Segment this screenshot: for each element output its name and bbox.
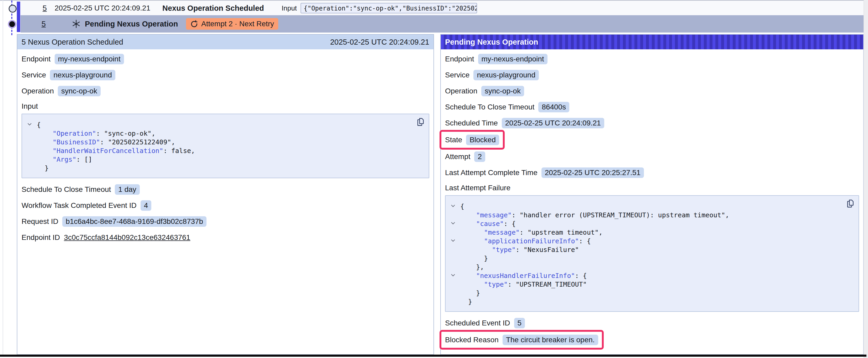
code-block: { "Operation": "sync-op-ok", "BusinessID… xyxy=(22,113,429,178)
json-text: "handler error (UPSTREAM_TIMEOUT): upstr… xyxy=(520,211,729,219)
bottom-divider xyxy=(0,355,866,357)
collapse-chevron-icon[interactable] xyxy=(27,123,32,126)
json-text: } xyxy=(460,289,480,297)
field-value: nexus-playground xyxy=(473,70,539,80)
field-value: b1c6a4bc-8ee7-468a-9169-df3b02c8737b xyxy=(62,216,207,227)
collapse-chevron-icon[interactable] xyxy=(451,204,455,207)
collapse-chevron-icon[interactable] xyxy=(451,274,455,276)
field-row-attempt: Attempt2 xyxy=(445,151,859,162)
event-id-link[interactable]: 5 xyxy=(41,20,46,28)
field-value: my-nexus-endpoint xyxy=(478,54,548,64)
json-text: }, xyxy=(460,263,484,271)
json-text: { xyxy=(37,121,41,129)
event-timestamp: 2025-02-25 UTC 20:24:09.21 xyxy=(55,4,150,12)
json-text: : xyxy=(579,237,587,245)
code-line: "HandlerWaitForCancellation": false, xyxy=(37,147,424,155)
field-row-endpoint: Endpointmy-nexus-endpoint xyxy=(22,54,429,64)
timeline-active-bar xyxy=(17,2,20,32)
json-text: : xyxy=(163,147,171,155)
code-line: { xyxy=(460,202,853,211)
code-line: "message": "upstream timeout", xyxy=(460,228,853,237)
field-value: 2025-02-25 UTC 20:25:27.51 xyxy=(541,167,644,178)
json-text: : xyxy=(76,156,84,163)
code-block: { "message": "handler error (UPSTREAM_TI… xyxy=(445,195,859,312)
json-key: "cause" xyxy=(460,220,504,228)
field-label: State xyxy=(445,136,462,144)
code-line: } xyxy=(460,297,853,306)
annotation-highlight: StateBlocked xyxy=(439,130,505,150)
event-id-link[interactable]: 5 xyxy=(42,4,47,12)
field-value: nexus-playground xyxy=(50,70,115,80)
field-label: Attempt xyxy=(445,153,470,161)
json-text: false, xyxy=(171,147,195,155)
field-label: Operation xyxy=(22,87,54,95)
event-row-pending-nexus-operation[interactable]: 5 Pending Nexus Operation Attempt 2 · Ne… xyxy=(21,15,864,33)
field-value: sync-op-ok xyxy=(481,86,524,96)
code-line: "Args": [] xyxy=(37,155,424,164)
field-value: 86400s xyxy=(538,102,569,112)
json-text: { xyxy=(583,272,587,280)
field-row-scheduled-time: Scheduled Time2025-02-25 UTC 20:24:09.21 xyxy=(445,118,859,128)
field-label: Blocked Reason xyxy=(445,336,499,344)
json-text: [] xyxy=(84,156,92,163)
field-row-service: Servicenexus-playground xyxy=(445,70,859,80)
scrollbar-track[interactable] xyxy=(864,0,868,358)
code-line: } xyxy=(460,289,853,297)
field-label: Operation xyxy=(445,87,477,95)
event-row-nexus-operation-scheduled[interactable]: 5 2025-02-25 UTC 20:24:09.21 Nexus Opera… xyxy=(21,1,864,15)
json-text: } xyxy=(37,164,49,172)
field-row-last-attempt-complete-time: Last Attempt Complete Time2025-02-25 UTC… xyxy=(445,167,859,178)
json-text: "20250225122409", xyxy=(108,138,175,146)
panel-timestamp: 2025-02-25 UTC 20:24:09.21 xyxy=(330,38,429,46)
field-value: The circuit breaker is open. xyxy=(502,335,598,345)
json-key: "HandlerWaitForCancellation" xyxy=(37,147,163,155)
panel-header-scheduled: 5 Nexus Operation Scheduled 2025-02-25 U… xyxy=(17,35,433,50)
event-detail-panel-pending: Pending Nexus Operation Endpointmy-nexus… xyxy=(440,34,864,355)
field-label: Endpoint xyxy=(22,55,51,63)
field-label: Service xyxy=(445,71,469,79)
field-value: sync-op-ok xyxy=(58,86,101,96)
collapse-chevron-icon[interactable] xyxy=(451,222,455,225)
timeline-track-rule xyxy=(3,0,3,355)
field-value: 2025-02-25 UTC 20:24:09.21 xyxy=(502,118,604,128)
attempt-retry-label: Attempt 2 · Next Retry xyxy=(201,20,274,28)
collapse-chevron-icon[interactable] xyxy=(451,239,455,242)
annotation-highlight: Blocked ReasonThe circuit breaker is ope… xyxy=(439,330,604,350)
event-input-preview-chip[interactable]: {"Operation":"sync-op-ok","BusinessID":"… xyxy=(301,3,477,13)
page-top-border xyxy=(0,0,868,1)
section-label: Last Attempt Failure xyxy=(445,184,859,192)
json-text: "NexusFailure" xyxy=(524,246,579,254)
event-input-label: Input xyxy=(282,4,297,12)
json-key: "type" xyxy=(460,281,508,288)
event-title: Nexus Operation Scheduled xyxy=(162,4,264,12)
json-key: "BusinessID" xyxy=(37,138,100,146)
json-key: "type" xyxy=(460,246,516,254)
json-key: "Operation" xyxy=(37,130,96,137)
attempt-retry-badge[interactable]: Attempt 2 · Next Retry xyxy=(186,18,278,30)
retry-icon xyxy=(190,20,198,28)
field-label: Workflow Task Completed Event ID xyxy=(22,201,136,210)
field-label: Endpoint ID xyxy=(22,233,60,242)
code-line: }, xyxy=(460,263,853,271)
field-label: Endpoint xyxy=(445,55,474,63)
field-row-request-id: Request IDb1c6a4bc-8ee7-468a-9169-df3b02… xyxy=(22,216,429,227)
timeline-node-filled-circle xyxy=(9,21,15,27)
field-row-operation: Operationsync-op-ok xyxy=(445,86,859,96)
field-label: Service xyxy=(22,71,46,79)
field-value[interactable]: 3c0c75ccfa8144b092c13ce632463761 xyxy=(64,233,190,242)
json-text: "upstream timeout", xyxy=(528,229,603,236)
json-text: : xyxy=(96,130,104,137)
code-line: } xyxy=(37,164,424,172)
json-text: : xyxy=(516,246,524,254)
field-value: 1 day xyxy=(115,184,140,195)
code-line: "BusinessID": "20250225122409", xyxy=(37,138,424,147)
field-row-service: Servicenexus-playground xyxy=(22,70,429,80)
field-label: Schedule To Close Timeout xyxy=(22,185,111,194)
json-text: : xyxy=(504,220,512,228)
json-text: : xyxy=(508,281,516,288)
panel-title: Pending Nexus Operation xyxy=(445,38,538,46)
json-text: : xyxy=(520,229,528,236)
json-text: : xyxy=(100,138,108,146)
field-value: 2 xyxy=(474,152,485,162)
field-row-endpoint: Endpointmy-nexus-endpoint xyxy=(445,54,859,64)
